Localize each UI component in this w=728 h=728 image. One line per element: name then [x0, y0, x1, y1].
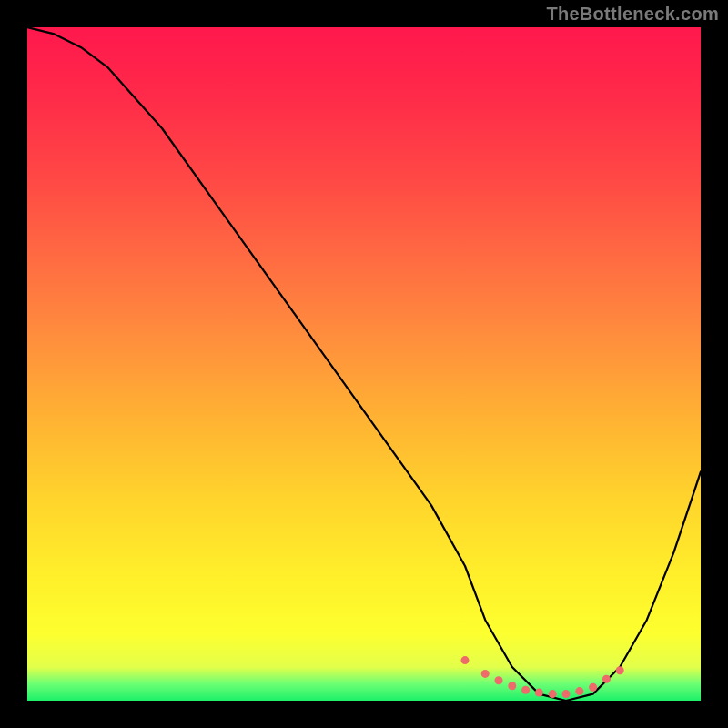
valley-dot: [562, 690, 571, 698]
watermark-text: TheBottleneck.com: [546, 4, 719, 25]
valley-dot: [589, 683, 597, 692]
valley-dot: [508, 682, 516, 690]
valley-dot: [521, 686, 530, 694]
valley-dot: [575, 687, 583, 695]
valley-dot: [461, 656, 470, 664]
valley-dot: [602, 675, 611, 683]
valley-dot: [535, 689, 543, 697]
valley-dot: [549, 690, 557, 698]
valley-dots: [27, 27, 701, 701]
valley-dot: [616, 666, 624, 674]
plot-area: [27, 27, 701, 701]
chart-frame: TheBottleneck.com: [0, 0, 728, 728]
valley-dot: [481, 670, 490, 678]
valley-dot: [495, 676, 503, 684]
